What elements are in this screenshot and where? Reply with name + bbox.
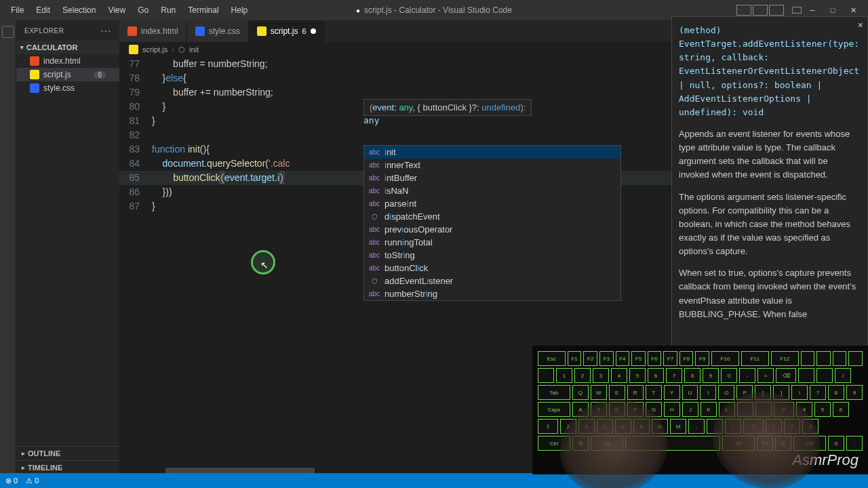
close-icon[interactable]: × — [858, 18, 863, 33]
autocomplete-item[interactable]: abcnumberString — [364, 287, 620, 300]
autocomplete-item[interactable]: abcparseInt — [364, 197, 620, 210]
layout-icon[interactable] — [792, 7, 802, 14]
keyboard-key: ` — [538, 368, 554, 383]
keyboard-key: 5 — [814, 402, 831, 417]
keyboard-key: F2 — [583, 351, 597, 366]
autocomplete-popup[interactable]: abcinitabcinnerTextabcintBufferabcisNaNa… — [363, 145, 621, 301]
js-icon — [129, 45, 138, 54]
outline-section[interactable]: OUTLINE — [16, 446, 119, 460]
layout-icon[interactable] — [753, 5, 768, 16]
editor-tabs: index.htmlstyle.cssscript.js6 ▯▯ ⋯ — [119, 20, 753, 42]
minimize-button[interactable]: ─ — [803, 3, 822, 18]
menu-edit[interactable]: Edit — [31, 3, 56, 18]
breadcrumb[interactable]: script.js › ⬡ init — [119, 42, 753, 57]
code-line[interactable]: 79 buffer += numberString; — [119, 85, 753, 100]
autocomplete-item[interactable]: ⬡addEventListener — [364, 274, 620, 287]
keyboard-key: 4 — [611, 368, 627, 383]
keyboard-key: 0 — [721, 368, 737, 383]
layout-icon[interactable] — [736, 5, 751, 16]
explorer-icon[interactable] — [2, 26, 14, 38]
autocomplete-item[interactable]: abcinit — [364, 146, 620, 159]
abc-icon: abc — [370, 289, 379, 299]
keyboard-key: 9 — [846, 385, 863, 400]
keyboard-key: / — [835, 368, 851, 383]
menu-selection[interactable]: Selection — [57, 3, 101, 18]
dirty-indicator — [311, 28, 316, 34]
layout-icon[interactable] — [769, 5, 784, 16]
file-item-style-css[interactable]: style.css — [16, 81, 119, 95]
abc-icon: abc — [370, 238, 379, 247]
keyboard-key: W — [591, 385, 607, 400]
code-line[interactable]: 81} — [119, 114, 753, 128]
tab-index-html[interactable]: index.html — [119, 20, 187, 42]
code-line[interactable]: 78 }else{ — [119, 71, 753, 85]
code-line[interactable]: 77 buffer = numberString; — [119, 57, 753, 71]
tab-style-css[interactable]: style.css — [187, 20, 249, 42]
autocomplete-item[interactable]: abctoString — [364, 249, 620, 262]
keyboard-key: ⌫ — [776, 368, 796, 383]
close-button[interactable]: ✕ — [844, 3, 863, 18]
menu-run[interactable]: Run — [155, 3, 181, 18]
keyboard-key: Y — [664, 385, 680, 400]
js-icon — [30, 70, 39, 79]
menu-view[interactable]: View — [102, 3, 131, 18]
autocomplete-item[interactable]: ⬡dispatchEvent — [364, 210, 620, 223]
keyboard-key: = — [757, 368, 774, 383]
keyboard-key: F10 — [711, 351, 739, 366]
cube-icon: ⬡ — [370, 212, 379, 222]
explorer-more-icon[interactable]: ⋯ — [100, 24, 112, 37]
breadcrumb-symbol[interactable]: init — [189, 45, 199, 54]
doc-paragraph: The options argument sets listener-speci… — [679, 190, 861, 259]
explorer-title: EXPLORER — [24, 27, 64, 35]
maximize-button[interactable]: □ — [823, 3, 842, 18]
symbol-icon: ⬡ — [178, 45, 185, 54]
keyboard-key: 0 — [828, 436, 844, 451]
file-item-index-html[interactable]: index.html — [16, 54, 119, 68]
errors-count[interactable]: ⊗ 0 — [5, 476, 18, 485]
autocomplete-item[interactable]: abcrunningTotal — [364, 236, 620, 249]
cube-icon: ⬡ — [370, 277, 379, 286]
window-title: script.js - Calculator - Visual Studio C… — [356, 5, 512, 15]
keyboard-key: F11 — [741, 351, 769, 366]
abc-icon: abc — [370, 251, 379, 260]
keyboard-key: Esc — [538, 351, 566, 366]
keyboard-key: T — [646, 385, 662, 400]
warnings-count[interactable]: ⚠ 0 — [26, 476, 39, 485]
html-icon — [30, 56, 39, 66]
keyboard-key: F6 — [648, 351, 662, 366]
folder-header[interactable]: CALCULATOR — [16, 41, 119, 54]
autocomplete-item[interactable]: abcbuttonClick — [364, 262, 620, 274]
keyboard-key: F3 — [599, 351, 614, 366]
abc-icon: abc — [370, 186, 379, 196]
keyboard-key — [801, 351, 815, 366]
autocomplete-item[interactable]: abcisNaN — [364, 184, 620, 197]
keyboard-key: H — [664, 402, 680, 417]
autocomplete-item[interactable]: abcintBuffer — [364, 171, 620, 184]
menu-bar: File Edit Selection View Go Run Terminal… — [5, 3, 253, 18]
explorer-panel: EXPLORER ⋯ CALCULATOR index.htmlscript.j… — [16, 20, 119, 474]
code-line[interactable]: 82 — [119, 128, 753, 142]
autocomplete-item[interactable]: abcpreviousOperator — [364, 223, 620, 236]
keyboard-key: E — [609, 385, 625, 400]
keyboard-key: ⇧ — [538, 419, 558, 434]
abc-icon: abc — [370, 264, 379, 273]
autocomplete-item[interactable]: abcinnerText — [364, 159, 620, 171]
menu-terminal[interactable]: Terminal — [182, 3, 224, 18]
menu-help[interactable]: Help — [226, 3, 254, 18]
keyboard-key: 2 — [574, 368, 591, 383]
keyboard-key: . — [846, 436, 863, 451]
breadcrumb-file[interactable]: script.js — [142, 45, 167, 54]
keyboard-key: 8 — [828, 385, 844, 400]
doc-panel: × (method) EventTarget.addEventListener(… — [671, 16, 868, 355]
keyboard-key: F8 — [679, 351, 694, 366]
tab-script-js[interactable]: script.js6 — [249, 20, 325, 42]
file-item-script-js[interactable]: script.js6 — [16, 68, 119, 81]
window-controls: ─ □ ✕ — [736, 3, 863, 18]
menu-go[interactable]: Go — [132, 3, 154, 18]
keyboard-key: Q — [572, 385, 589, 400]
timeline-section[interactable]: TIMELINE — [16, 460, 119, 474]
keyboard-key: , — [688, 419, 705, 434]
menu-file[interactable]: File — [5, 3, 29, 18]
css-icon — [30, 83, 39, 93]
abc-icon: abc — [370, 161, 379, 170]
